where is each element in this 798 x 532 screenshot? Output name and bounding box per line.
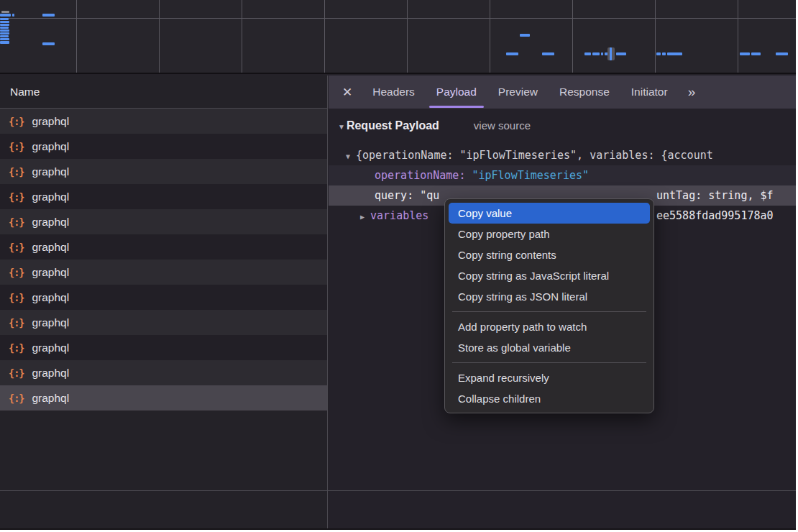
overview-request-bar <box>0 21 9 23</box>
overview-gridline <box>76 0 77 73</box>
overview-request-bar <box>776 52 788 55</box>
overview-request-bar <box>0 35 9 37</box>
overview-gridline <box>0 18 796 19</box>
request-row[interactable]: {:}graphql <box>0 385 327 411</box>
request-row[interactable]: {:}graphql <box>0 310 327 335</box>
context-menu-item-copy-property-path[interactable]: Copy property path <box>449 224 650 244</box>
request-row[interactable]: {:}graphql <box>0 285 327 310</box>
request-row[interactable]: {:}graphql <box>0 184 327 209</box>
panel-bottom-divider <box>0 490 796 491</box>
overview-gridline <box>572 0 573 73</box>
context-menu-item-copy-string-as-javascript-literal[interactable]: Copy string as JavaScript literal <box>449 265 650 286</box>
json-braces-icon: {:} <box>9 342 24 354</box>
request-name: graphql <box>32 140 69 153</box>
request-name: graphql <box>32 241 69 254</box>
overview-request-bar <box>0 41 9 44</box>
request-list: {:}graphql{:}graphql{:}graphql{:}graphql… <box>0 109 327 411</box>
json-braces-icon: {:} <box>9 216 24 228</box>
json-braces-icon: {:} <box>9 317 24 329</box>
context-menu-item-expand-recursively[interactable]: Expand recursively <box>449 367 650 388</box>
json-braces-icon: {:} <box>9 242 24 253</box>
context-menu-item-copy-string-contents[interactable]: Copy string contents <box>449 244 650 265</box>
json-braces-icon: {:} <box>9 141 24 152</box>
payload-preview-text: {operationName: "ipFlowTimeseries", vari… <box>356 149 713 162</box>
request-name: graphql <box>32 216 69 229</box>
overview-request-bar <box>667 52 682 55</box>
context-menu-item-collapse-children[interactable]: Collapse children <box>449 388 650 409</box>
tab-response[interactable]: Response <box>552 77 617 108</box>
request-row[interactable]: {:}graphql <box>0 234 327 260</box>
request-row[interactable]: {:}graphql <box>0 260 327 285</box>
context-menu-separator <box>452 311 646 312</box>
overview-request-bar <box>751 52 761 55</box>
chevron-double-right-icon: » <box>688 84 694 99</box>
json-braces-icon: {:} <box>9 166 24 178</box>
overview-request-bar <box>42 14 55 17</box>
requests-panel: Name {:}graphql{:}graphql{:}graphql{:}gr… <box>0 75 328 528</box>
tab-preview[interactable]: Preview <box>491 77 545 108</box>
overview-hover-marker <box>610 47 612 60</box>
json-braces-icon: {:} <box>9 267 24 278</box>
name-column-header[interactable]: Name <box>0 75 327 109</box>
context-menu-item-copy-string-as-json-literal[interactable]: Copy string as JSON literal <box>449 286 650 307</box>
network-overview-timeline[interactable] <box>0 0 796 74</box>
overview-gridline <box>159 0 160 73</box>
overview-request-bar <box>506 52 518 55</box>
collapse-triangle-icon[interactable]: ▼ <box>346 152 350 160</box>
tab-initiator[interactable]: Initiator <box>624 77 675 108</box>
overview-gridline <box>655 0 656 73</box>
request-row[interactable]: {:}graphql <box>0 109 327 134</box>
request-row[interactable]: {:}graphql <box>0 159 327 184</box>
request-row[interactable]: {:}graphql <box>0 360 327 385</box>
query-right-fragment: untTag: string, $f <box>656 185 774 206</box>
request-name: graphql <box>32 316 69 329</box>
request-row[interactable]: {:}graphql <box>0 335 327 360</box>
overview-gridline <box>738 0 738 73</box>
payload-preview-row[interactable]: ▼{operationName: "ipFlowTimeseries", var… <box>329 145 796 165</box>
request-name: graphql <box>32 165 69 178</box>
context-menu-item-add-property-path-to-watch[interactable]: Add property path to watch <box>449 316 650 337</box>
more-tabs-button[interactable]: » <box>682 84 700 100</box>
request-payload-header: ▼ Request Payload view source <box>329 119 796 139</box>
name-column-label: Name <box>10 86 40 98</box>
overview-request-bar <box>662 52 666 55</box>
close-pane-button[interactable]: ✕ <box>336 85 358 100</box>
close-icon: ✕ <box>342 86 352 99</box>
json-braces-icon: {:} <box>9 116 24 127</box>
tab-payload[interactable]: Payload <box>429 77 484 108</box>
context-menu: Copy valueCopy property pathCopy string … <box>444 198 654 413</box>
overview-request-bar <box>0 14 11 17</box>
query-left-fragment: query: "qu <box>375 189 439 202</box>
property-key: operationName: <box>375 169 465 182</box>
overview-request-bar <box>0 32 9 35</box>
request-row[interactable]: {:}graphql <box>0 209 327 234</box>
request-name: graphql <box>32 291 69 304</box>
overview-gridline <box>407 0 408 73</box>
overview-request-bar <box>616 52 626 55</box>
request-name: graphql <box>32 266 69 279</box>
variables-right-fragment: ee5588fdad995178a0 <box>656 206 774 226</box>
request-name: graphql <box>32 367 69 380</box>
request-name: graphql <box>32 191 69 203</box>
overview-request-bar <box>12 14 14 17</box>
context-menu-item-copy-value[interactable]: Copy value <box>449 203 650 224</box>
collapse-triangle-icon[interactable]: ▼ <box>338 123 345 131</box>
tab-headers[interactable]: Headers <box>365 77 422 108</box>
property-key: variables <box>370 209 428 222</box>
context-menu-item-store-as-global-variable[interactable]: Store as global variable <box>449 337 650 358</box>
expand-triangle-icon[interactable]: ▶ <box>360 213 364 221</box>
request-payload-title: Request Payload <box>347 119 439 132</box>
overview-gray-bar <box>1 11 9 13</box>
request-row[interactable]: {:}graphql <box>0 134 327 159</box>
devtools-window: Name {:}graphql{:}graphql{:}graphql{:}gr… <box>0 0 796 530</box>
overview-request-bar <box>601 52 603 55</box>
payload-row-operation-name[interactable]: operationName: "ipFlowTimeseries" <box>329 165 796 185</box>
overview-request-bar <box>0 27 9 29</box>
overview-request-bar <box>42 42 55 45</box>
view-source-link[interactable]: view source <box>474 119 531 132</box>
overview-gridline <box>242 0 242 73</box>
overview-request-bar <box>0 38 9 40</box>
overview-request-bar <box>0 29 9 32</box>
property-value: "ipFlowTimeseries" <box>472 169 589 182</box>
overview-request-bar <box>0 18 9 20</box>
